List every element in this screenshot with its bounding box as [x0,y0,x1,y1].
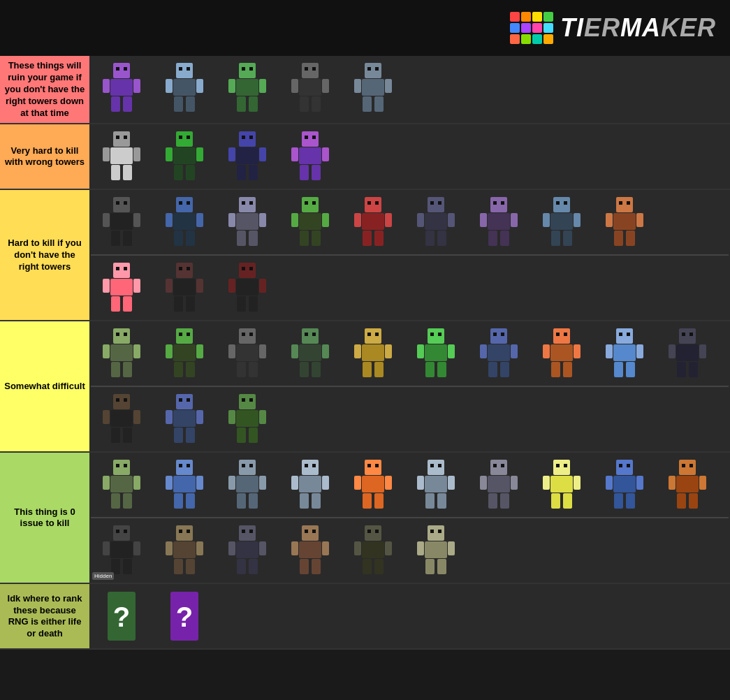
svg-rect-164 [228,279,235,293]
svg-rect-214 [425,362,435,377]
svg-rect-105 [367,201,371,205]
svg-rect-129 [556,201,560,205]
svg-rect-158 [174,296,183,312]
svg-rect-101 [322,213,329,227]
svg-rect-336 [616,460,633,475]
svg-rect-71 [312,165,321,180]
svg-rect-237 [636,344,643,358]
svg-rect-64 [302,131,319,147]
svg-rect-242 [689,333,693,336]
svg-rect-394 [438,530,441,533]
tier-row-s: These things will ruin your game if you … [0,56,730,124]
tier-content-s [89,56,730,123]
svg-rect-208 [428,328,444,344]
character-cell [217,388,278,450]
svg-rect-43 [110,147,133,164]
svg-rect-147 [110,279,133,296]
svg-rect-357 [133,541,140,555]
svg-rect-299 [299,476,321,493]
svg-rect-102 [300,231,309,246]
character-cell [91,126,152,187]
tier-row-a: Very hard to kill with wrong towers [0,124,730,190]
svg-rect-4 [103,79,110,93]
svg-rect-307 [362,476,384,493]
character-cell [342,191,404,253]
svg-rect-56 [239,131,256,147]
svg-rect-319 [437,493,446,509]
svg-rect-44 [103,147,110,161]
svg-rect-362 [187,530,190,533]
svg-rect-349 [699,476,706,490]
svg-rect-182 [174,362,183,377]
svg-rect-244 [669,344,676,358]
svg-rect-2 [124,67,127,71]
character-cell [531,454,592,516]
svg-rect-18 [249,67,253,71]
svg-rect-119 [437,231,446,246]
svg-rect-286 [174,493,183,509]
svg-rect-76 [103,213,110,227]
svg-rect-235 [613,344,636,361]
svg-rect-251 [110,410,133,427]
svg-rect-110 [363,231,372,246]
svg-rect-318 [425,493,435,509]
character-cell [657,323,718,384]
svg-rect-271 [249,428,258,443]
svg-rect-42 [124,136,127,139]
svg-rect-9 [179,67,182,71]
svg-rect-155 [173,279,196,296]
svg-rect-156 [166,279,173,293]
character-cell [342,454,404,516]
svg-rect-7 [123,96,132,112]
svg-rect-115 [425,213,447,230]
svg-text:?: ? [113,601,130,632]
svg-rect-184 [239,328,256,344]
svg-rect-365 [196,541,203,555]
svg-rect-369 [242,530,245,533]
svg-rect-339 [613,476,636,493]
svg-rect-178 [187,333,190,336]
svg-rect-273 [116,464,119,467]
svg-rect-128 [553,197,570,212]
svg-rect-254 [111,428,120,443]
svg-rect-12 [166,79,173,93]
svg-rect-229 [574,344,581,358]
svg-rect-258 [187,398,190,402]
svg-rect-276 [103,476,110,490]
svg-rect-117 [448,213,455,227]
svg-rect-38 [363,96,372,112]
tier-label-a: Very hard to kill with wrong towers [0,124,89,189]
svg-rect-36 [354,79,361,93]
svg-rect-31 [312,96,321,112]
svg-rect-224 [553,328,570,344]
svg-rect-108 [354,213,361,227]
svg-rect-21 [259,79,266,93]
tier-label-c: Somewhat difficult [0,321,89,451]
svg-rect-240 [679,328,696,344]
svg-rect-256 [176,394,193,409]
svg-rect-372 [228,541,235,555]
svg-rect-89 [242,201,245,205]
svg-rect-312 [428,460,444,475]
svg-rect-366 [174,559,183,574]
svg-rect-189 [259,344,266,358]
svg-rect-174 [111,362,120,377]
svg-rect-213 [448,344,455,358]
svg-rect-20 [228,79,235,93]
svg-rect-92 [228,213,235,227]
svg-rect-122 [501,201,504,205]
svg-rect-177 [179,333,182,336]
svg-rect-204 [354,344,361,358]
tier-row-e: Idk where to rank these because RNG is e… [0,584,730,650]
svg-rect-127 [500,231,509,246]
svg-rect-99 [299,213,321,230]
svg-rect-169 [116,333,119,336]
svg-rect-220 [480,344,487,358]
svg-rect-154 [187,267,190,270]
svg-rect-203 [362,344,384,361]
svg-rect-300 [291,476,298,490]
svg-rect-24 [302,63,319,78]
svg-rect-27 [299,79,321,96]
svg-rect-79 [123,231,132,246]
character-cell [594,323,655,384]
